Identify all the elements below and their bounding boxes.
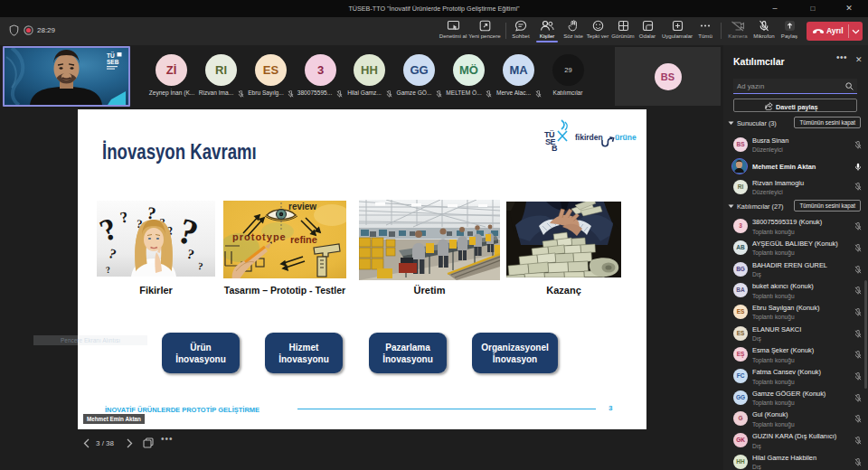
svg-text:B: B <box>552 144 558 153</box>
svg-text:SEB: SEB <box>107 59 119 65</box>
svg-text:review: review <box>288 202 316 212</box>
svg-text:fikirden: fikirden <box>575 133 603 142</box>
svg-text:prototype: prototype <box>232 231 287 242</box>
svg-text:ürüne: ürüne <box>615 133 637 142</box>
svg-text:refine: refine <box>290 234 317 245</box>
